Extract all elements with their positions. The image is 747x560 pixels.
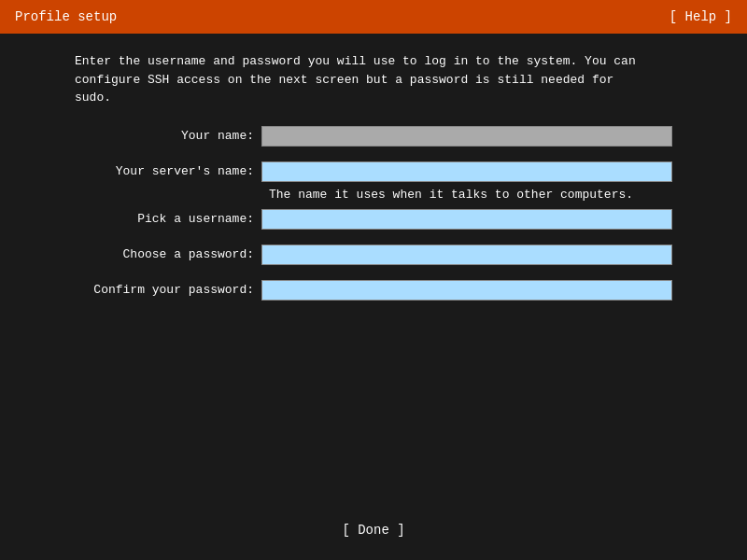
server-name-wrapper: Your server's name: The name it uses whe… [75, 161, 672, 202]
password-input[interactable] [261, 245, 672, 265]
password-label: Choose a password: [75, 247, 261, 261]
description-line2: configure SSH access on the next screen … [75, 73, 613, 87]
username-row: Pick a username: [75, 209, 672, 230]
main-content: Enter the username and password you will… [0, 37, 747, 330]
description-text: Enter the username and password you will… [75, 52, 672, 107]
confirm-password-row: Confirm your password: [75, 280, 672, 301]
server-name-hint: The name it uses when it talks to other … [269, 188, 672, 202]
header-title: Profile setup [15, 9, 117, 24]
username-label: Pick a username: [75, 212, 261, 226]
confirm-password-input[interactable] [261, 280, 672, 301]
footer: [ Done ] [0, 519, 747, 541]
description-line1: Enter the username and password you will… [75, 54, 636, 68]
done-button[interactable]: [ Done ] [334, 519, 412, 541]
server-name-input[interactable] [261, 161, 672, 182]
server-name-row: Your server's name: [75, 161, 672, 182]
your-name-input[interactable] [261, 126, 672, 147]
your-name-label: Your name: [75, 129, 261, 143]
password-row: Choose a password: [75, 245, 672, 265]
help-button[interactable]: [ Help ] [669, 9, 732, 24]
header: Profile setup [ Help ] [0, 0, 747, 34]
description-line3: sudo. [75, 91, 111, 105]
username-input[interactable] [261, 209, 672, 230]
confirm-password-label: Confirm your password: [75, 283, 261, 297]
your-name-row: Your name: [75, 126, 672, 147]
server-name-label: Your server's name: [75, 164, 261, 178]
